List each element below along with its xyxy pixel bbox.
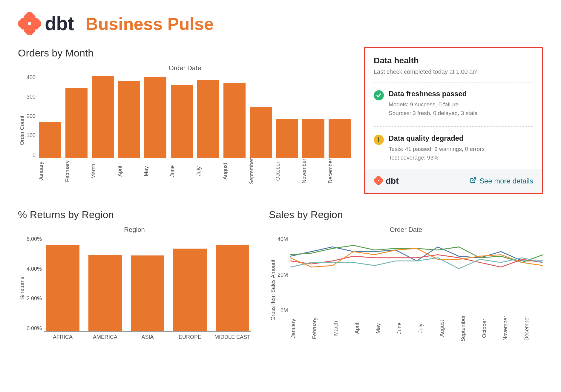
- bar: [214, 245, 251, 331]
- health-subtitle: Last check completed today at 1:00 am: [374, 68, 533, 75]
- x-tick-label: February: [64, 158, 89, 187]
- logo-text: dbt: [45, 13, 74, 35]
- returns-subtitle: Region: [18, 226, 251, 234]
- see-more-label: See more details: [479, 177, 533, 185]
- dbt-logo-icon: [18, 12, 41, 35]
- sales-title: Sales by Region: [269, 209, 543, 220]
- bar: [327, 119, 352, 158]
- dashboard-header: dbt Business Pulse: [18, 12, 543, 35]
- x-tick-label: May: [375, 315, 395, 344]
- x-tick-label: October: [275, 158, 299, 187]
- orders-subtitle: Order Date: [18, 64, 352, 72]
- sales-subtitle: Order Date: [269, 226, 543, 234]
- x-tick-label: March: [333, 315, 352, 344]
- see-more-link[interactable]: See more details: [470, 177, 533, 185]
- sales-by-region-card: Sales by Region Order Date Gross Item Sa…: [269, 209, 543, 344]
- divider: [374, 82, 533, 82]
- warning-icon: !: [374, 135, 384, 145]
- footer-logo-text: dbt: [386, 176, 399, 186]
- x-tick-label: June: [169, 158, 194, 187]
- quality-row: ! Data quality degraded Tests: 41 passed…: [374, 132, 533, 166]
- data-health-card: Data health Last check completed today a…: [364, 47, 543, 194]
- x-tick-label: December: [327, 158, 352, 187]
- quality-line2: Test coverage: 93%: [389, 154, 485, 162]
- returns-xlabels: AFRICAAMERICAASIAEUROPEMIDDLE EAST: [44, 332, 251, 340]
- x-tick-label: November: [301, 158, 326, 187]
- x-tick-label: April: [117, 158, 141, 187]
- bar: [196, 80, 220, 158]
- returns-bars: [44, 236, 251, 332]
- bar: [117, 81, 141, 158]
- x-tick-label: EUROPE: [171, 332, 209, 340]
- svg-point-0: [28, 22, 31, 25]
- svg-line-2: [473, 178, 476, 181]
- freshness-title: Data freshness passed: [389, 90, 478, 98]
- sales-ylabel: Gross Item Sales Amount: [269, 236, 278, 344]
- health-footer: dbt See more details: [365, 169, 542, 193]
- orders-ylabel: Order Count: [18, 74, 27, 187]
- quality-title: Data quality degraded: [389, 134, 485, 143]
- x-tick-label: June: [396, 315, 416, 344]
- orders-by-month-card: Orders by Month Order Date Order Count 4…: [18, 47, 352, 187]
- x-tick-label: ASIA: [129, 332, 166, 340]
- bar: [249, 107, 273, 158]
- x-tick-label: MIDDLE EAST: [214, 332, 251, 340]
- check-icon: [374, 90, 384, 100]
- x-tick-label: AFRICA: [44, 332, 81, 340]
- x-tick-label: March: [91, 158, 115, 187]
- x-tick-label: February: [312, 315, 331, 344]
- health-title: Data health: [374, 56, 533, 65]
- quality-line1: Tests: 41 passed, 2 warnings, 0 errors: [389, 145, 485, 154]
- x-tick-label: July: [418, 315, 437, 344]
- x-tick-label: July: [196, 158, 220, 187]
- page-title: Business Pulse: [86, 14, 214, 34]
- x-tick-label: January: [38, 158, 62, 187]
- sales-yticks: 40M20M0M: [278, 236, 290, 314]
- bar: [91, 76, 115, 158]
- x-tick-label: April: [354, 315, 373, 344]
- freshness-line1: Models: 9 success, 0 failure: [389, 100, 478, 109]
- bar: [171, 249, 209, 331]
- bar: [129, 255, 166, 331]
- svg-point-1: [378, 180, 379, 181]
- x-tick-label: May: [143, 158, 168, 187]
- bar: [301, 119, 326, 158]
- x-tick-label: AMERICA: [87, 332, 124, 340]
- x-tick-label: August: [222, 158, 247, 187]
- bar: [64, 88, 89, 158]
- bar: [143, 77, 168, 158]
- sales-lines: [290, 236, 543, 314]
- orders-xlabels: JanuaryFebruaryMarchAprilMayJuneJulyAugu…: [38, 158, 352, 187]
- divider: [374, 126, 533, 127]
- returns-title: % Returns by Region: [18, 209, 251, 220]
- returns-yticks: 6.00%4.00%2.00%0.00%: [27, 236, 44, 332]
- bar: [222, 83, 247, 158]
- x-tick-label: September: [460, 315, 479, 344]
- external-link-icon: [470, 177, 476, 185]
- freshness-line2: Sources: 3 fresh, 0 delayed, 3 stale: [389, 109, 478, 118]
- footer-logo: dbt: [374, 176, 399, 186]
- sales-xlabels: JanuaryFebruaryMarchAprilMayJuneJulyAugu…: [290, 315, 543, 344]
- bar: [44, 245, 81, 331]
- orders-title: Orders by Month: [18, 47, 352, 59]
- returns-ylabel: % returns: [18, 236, 27, 340]
- returns-by-region-card: % Returns by Region Region % returns 6.0…: [18, 209, 251, 344]
- bar: [275, 119, 299, 158]
- freshness-row: Data freshness passed Models: 9 success,…: [374, 87, 533, 122]
- x-tick-label: September: [249, 158, 273, 187]
- bar: [87, 255, 124, 331]
- x-tick-label: January: [290, 315, 310, 344]
- logo-block: dbt: [18, 12, 74, 35]
- x-tick-label: October: [481, 315, 501, 344]
- orders-yticks: 4003002001000: [27, 74, 38, 158]
- orders-bars: [38, 74, 352, 158]
- dbt-logo-icon: [374, 176, 383, 186]
- x-tick-label: December: [524, 315, 543, 344]
- x-tick-label: August: [439, 315, 458, 344]
- bar: [169, 85, 194, 158]
- bar: [38, 122, 62, 158]
- x-tick-label: November: [502, 315, 522, 344]
